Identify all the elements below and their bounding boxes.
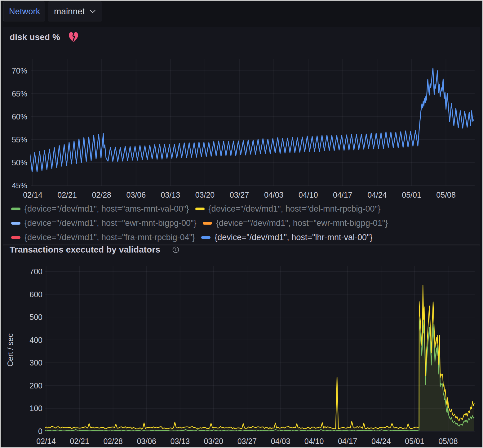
legend-swatch-icon[interactable] bbox=[203, 222, 212, 225]
legend-label[interactable]: {device="/dev/md1", host="ewr-mnt-bigpg-… bbox=[216, 218, 388, 228]
variable-value[interactable]: mainnet bbox=[54, 7, 85, 16]
legend-row: {device="/dev/md1", host="ams-mnt-val-00… bbox=[11, 202, 394, 216]
panel-disk-used: disk used % {device="/dev/md1", host="am… bbox=[3, 27, 480, 245]
legend-swatch-icon[interactable] bbox=[11, 236, 20, 239]
alerting-heart-break-icon bbox=[69, 32, 78, 43]
panel-disk-used-header[interactable]: disk used % bbox=[10, 32, 78, 43]
legend-label[interactable]: {device="/dev/md1", host="del-mnt-rpcbig… bbox=[209, 204, 381, 214]
legend-item[interactable]: {device="/dev/md1", host="ewr-mnt-bigpg-… bbox=[11, 218, 197, 228]
legend-row: {device="/dev/md1", host="fra-mnt-rpcbig… bbox=[11, 230, 394, 244]
variable-label: Network bbox=[9, 7, 40, 16]
panel-transactions-header[interactable]: Transactions executed by validators bbox=[10, 245, 179, 255]
legend-item[interactable]: {device="/dev/md1", host="ewr-mnt-bigpg-… bbox=[203, 218, 388, 228]
legend-label[interactable]: {device="/dev/md1", host="fra-mnt-rpcbig… bbox=[24, 233, 195, 242]
legend-item[interactable]: {device="/dev/md1", host="ams-mnt-val-00… bbox=[11, 204, 189, 214]
variable-label-box: Network bbox=[3, 2, 45, 21]
panel-title-disk-used[interactable]: disk used % bbox=[10, 32, 60, 42]
legend-item[interactable]: {device="/dev/md1", host="del-mnt-rpcbig… bbox=[195, 204, 381, 214]
legend-label[interactable]: {device="/dev/md1", host="lhr-mnt-val-00… bbox=[215, 233, 373, 242]
legend-item[interactable]: {device="/dev/md1", host="lhr-mnt-val-00… bbox=[201, 233, 373, 242]
network-variable-dropdown[interactable]: mainnet bbox=[48, 2, 102, 21]
panel-transactions: Transactions executed by validators bbox=[3, 245, 480, 448]
panel-title-transactions[interactable]: Transactions executed by validators bbox=[10, 245, 160, 255]
legend-swatch-icon[interactable] bbox=[201, 236, 210, 239]
legend-row: {device="/dev/md1", host="ewr-mnt-bigpg-… bbox=[11, 216, 394, 230]
legend-swatch-icon[interactable] bbox=[195, 208, 205, 210]
chevron-down-icon bbox=[89, 9, 96, 14]
legend-label[interactable]: {device="/dev/md1", host="ams-mnt-val-00… bbox=[24, 204, 189, 214]
grafana-dashboard: Network mainnet disk used % {device="/de… bbox=[0, 0, 483, 448]
legend-label[interactable]: {device="/dev/md1", host="ewr-mnt-bigpg-… bbox=[24, 218, 197, 228]
legend-swatch-icon[interactable] bbox=[11, 222, 20, 225]
legend-swatch-icon[interactable] bbox=[11, 208, 20, 210]
legend-disk-used: {device="/dev/md1", host="ams-mnt-val-00… bbox=[11, 202, 394, 244]
legend-item[interactable]: {device="/dev/md1", host="fra-mnt-rpcbig… bbox=[11, 233, 195, 242]
info-icon[interactable] bbox=[172, 246, 179, 253]
